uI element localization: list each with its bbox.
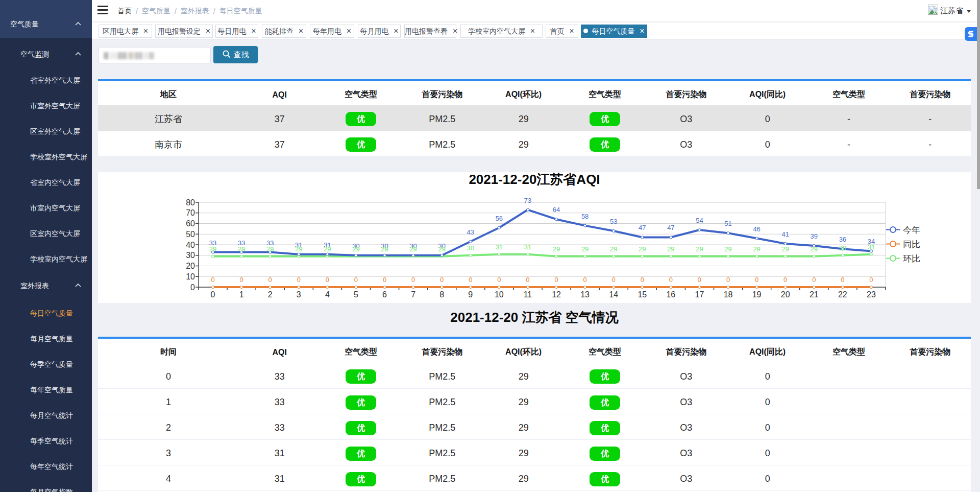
svg-text:29: 29	[266, 245, 274, 253]
svg-text:31: 31	[496, 243, 503, 251]
svg-text:11: 11	[524, 290, 532, 299]
svg-text:64: 64	[553, 206, 560, 214]
svg-text:0: 0	[669, 276, 673, 284]
svg-text:29: 29	[811, 245, 818, 253]
svg-text:51: 51	[724, 220, 731, 227]
svg-text:同比: 同比	[903, 240, 920, 249]
svg-text:0: 0	[469, 276, 472, 284]
svg-text:0: 0	[554, 276, 558, 284]
svg-text:29: 29	[324, 245, 331, 253]
svg-text:47: 47	[639, 224, 646, 231]
svg-text:29: 29	[209, 245, 216, 253]
svg-text:0: 0	[869, 276, 873, 284]
svg-text:40: 40	[186, 241, 195, 249]
svg-text:19: 19	[752, 290, 762, 299]
svg-text:0: 0	[383, 276, 386, 284]
svg-text:0: 0	[783, 276, 787, 284]
svg-text:0: 0	[211, 276, 214, 284]
svg-text:16: 16	[666, 290, 675, 299]
svg-text:39: 39	[811, 232, 818, 240]
svg-text:0: 0	[641, 276, 644, 284]
svg-text:0: 0	[612, 276, 616, 284]
svg-text:6: 6	[382, 290, 387, 299]
svg-text:29: 29	[381, 245, 388, 253]
svg-text:0: 0	[411, 276, 415, 284]
svg-text:29: 29	[781, 245, 789, 253]
svg-text:30: 30	[186, 251, 195, 260]
svg-text:29: 29	[438, 245, 445, 253]
svg-text:29: 29	[352, 245, 359, 253]
svg-text:29: 29	[409, 245, 416, 253]
svg-text:0: 0	[841, 276, 844, 284]
svg-text:54: 54	[696, 217, 703, 224]
svg-text:29: 29	[639, 245, 646, 253]
svg-text:1: 1	[239, 290, 244, 299]
svg-text:56: 56	[496, 215, 503, 222]
svg-text:20: 20	[781, 290, 790, 299]
svg-text:0: 0	[190, 283, 195, 292]
svg-text:7: 7	[411, 290, 415, 299]
svg-text:8: 8	[439, 290, 444, 299]
svg-text:53: 53	[610, 218, 617, 225]
svg-text:29: 29	[753, 245, 760, 253]
svg-text:58: 58	[581, 213, 589, 220]
svg-text:29: 29	[667, 245, 674, 253]
svg-text:5: 5	[354, 290, 358, 299]
svg-text:2: 2	[268, 290, 273, 299]
svg-text:29: 29	[696, 245, 703, 253]
svg-text:50: 50	[186, 230, 195, 239]
svg-text:30: 30	[839, 244, 846, 252]
svg-text:29: 29	[553, 245, 560, 253]
svg-text:4: 4	[325, 290, 330, 299]
svg-text:17: 17	[695, 290, 704, 299]
svg-text:18: 18	[724, 290, 733, 299]
svg-text:20: 20	[186, 262, 195, 270]
svg-text:0: 0	[755, 276, 758, 284]
svg-text:0: 0	[726, 276, 730, 284]
svg-text:60: 60	[186, 219, 195, 228]
svg-text:31: 31	[524, 243, 531, 251]
svg-text:0: 0	[440, 276, 444, 284]
svg-text:41: 41	[781, 230, 789, 238]
svg-text:0: 0	[526, 276, 529, 284]
svg-text:环比: 环比	[903, 254, 920, 264]
svg-text:3: 3	[297, 290, 301, 299]
svg-text:46: 46	[753, 225, 760, 233]
svg-text:0: 0	[211, 290, 215, 299]
svg-text:15: 15	[638, 290, 647, 299]
svg-text:12: 12	[552, 290, 561, 299]
svg-text:36: 36	[839, 236, 846, 243]
svg-text:43: 43	[467, 228, 474, 236]
svg-text:0: 0	[497, 276, 501, 284]
svg-text:0: 0	[812, 276, 816, 284]
svg-text:14: 14	[609, 290, 618, 299]
svg-text:0: 0	[354, 276, 358, 284]
svg-text:29: 29	[238, 245, 245, 253]
svg-text:30: 30	[467, 244, 474, 252]
svg-text:10: 10	[186, 272, 195, 281]
svg-text:9: 9	[468, 290, 473, 299]
svg-text:0: 0	[268, 276, 272, 284]
svg-text:47: 47	[667, 224, 674, 231]
svg-text:23: 23	[867, 290, 876, 299]
svg-text:29: 29	[724, 245, 731, 253]
svg-text:0: 0	[240, 276, 243, 284]
svg-text:0: 0	[698, 276, 701, 284]
svg-text:13: 13	[580, 290, 590, 299]
svg-text:0: 0	[583, 276, 587, 284]
svg-text:21: 21	[810, 290, 819, 299]
svg-text:73: 73	[524, 197, 531, 204]
svg-text:10: 10	[495, 290, 504, 299]
svg-text:2021-12-20江苏省AQI: 2021-12-20江苏省AQI	[469, 172, 600, 187]
svg-text:29: 29	[610, 245, 617, 253]
svg-text:29: 29	[581, 245, 589, 253]
svg-text:70: 70	[186, 208, 195, 217]
svg-text:80: 80	[186, 198, 195, 207]
svg-text:今年: 今年	[903, 225, 920, 235]
svg-text:0: 0	[297, 276, 301, 284]
svg-text:0: 0	[326, 276, 329, 284]
svg-text:31: 31	[868, 243, 875, 251]
svg-text:29: 29	[295, 245, 302, 253]
svg-text:22: 22	[838, 290, 847, 299]
